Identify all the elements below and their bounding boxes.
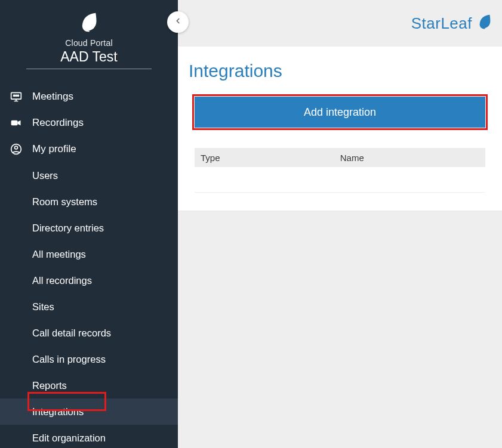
integrations-card: Integrations Add integration Type Name [178,47,502,211]
sidebar-item-label: Sites [32,301,54,313]
sidebar-item-meetings[interactable]: Meetings [0,84,178,110]
org-name-divider [26,69,152,69]
sidebar-item-recordings[interactable]: Recordings [0,110,178,136]
top-bar: StarLeaf [178,0,502,47]
sidebar-item-reports[interactable]: Reports [0,372,178,398]
chevron-left-icon [174,17,182,27]
sidebar-item-label: Room systems [32,196,97,208]
sidebar-item-directory-entries[interactable]: Directory entries [0,215,178,241]
sidebar-item-label: All meetings [32,249,86,260]
sidebar-item-label: Directory entries [32,223,104,234]
svg-point-3 [17,95,19,96]
organization-name: AAD Test [0,49,178,69]
sidebar-item-label: Meetings [32,91,73,103]
sidebar-item-calls-in-progress[interactable]: Calls in progress [0,346,178,372]
sidebar-item-label: Users [32,170,58,181]
page-title: Integrations [178,61,502,81]
profile-icon [10,143,23,156]
sidebar-item-label: Edit organization [32,432,106,444]
add-integration-wrap: Add integration [195,97,485,128]
sidebar-header: Cloud Portal AAD Test [0,0,178,84]
svg-point-6 [15,146,18,149]
integrations-table: Type Name [195,148,485,193]
sidebar-nav: Meetings Recordings My profile Users Roo… [0,84,178,448]
brand-logo[interactable]: StarLeaf [411,13,494,33]
add-integration-button[interactable]: Add integration [195,97,485,128]
sidebar-item-users[interactable]: Users [0,162,178,189]
integrations-table-body [195,167,485,192]
sidebar-item-my-profile[interactable]: My profile [0,136,178,162]
sidebar: Cloud Portal AAD Test Meetings Recording… [0,0,178,448]
portal-label: Cloud Portal [0,38,178,48]
video-camera-icon [10,116,23,129]
sidebar-item-label: Integrations [32,406,84,418]
svg-point-1 [14,95,15,96]
svg-point-2 [16,95,17,96]
monitor-icon [10,90,23,103]
sidebar-item-all-recordings[interactable]: All recordings [0,267,178,293]
sidebar-item-label: Call detail records [32,327,111,339]
sidebar-collapse-button[interactable] [167,11,189,33]
sidebar-item-room-systems[interactable]: Room systems [0,189,178,215]
sidebar-item-edit-organization[interactable]: Edit organization [0,425,178,448]
sidebar-item-label: Reports [32,380,67,391]
sidebar-item-label: Recordings [32,117,84,129]
column-header-type[interactable]: Type [195,148,334,167]
table-row-empty [195,167,485,192]
sidebar-item-call-detail-records[interactable]: Call detail records [0,320,178,346]
sidebar-item-sites[interactable]: Sites [0,293,178,320]
main-area: StarLeaf Integrations Add integration Ty… [178,0,502,448]
brand-name: StarLeaf [411,14,472,33]
sidebar-item-label: All recordings [32,275,92,286]
starleaf-leaf-icon [476,13,494,33]
sidebar-item-integrations[interactable]: Integrations [0,398,178,425]
sidebar-item-all-meetings[interactable]: All meetings [0,241,178,267]
column-header-name[interactable]: Name [334,148,485,167]
svg-rect-4 [11,121,18,125]
sidebar-item-label: My profile [32,143,76,155]
starleaf-leaf-logo-icon [0,11,178,35]
sidebar-item-label: Calls in progress [32,354,106,365]
